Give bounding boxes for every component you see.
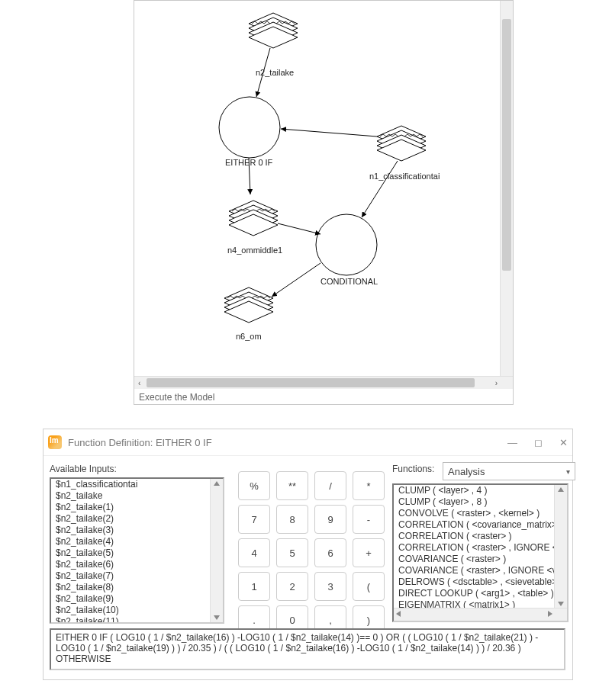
window-titlebar[interactable]: Function Definition: EITHER 0 IF — ◻ ✕ <box>43 429 572 456</box>
list-item[interactable]: $n2_tailake(1) <box>51 502 223 513</box>
key-8[interactable]: 8 <box>276 505 308 534</box>
key-power[interactable]: ** <box>276 471 308 500</box>
list-item[interactable]: CLUMP ( <layer> , 8 ) <box>394 496 567 508</box>
key-5[interactable]: 5 <box>276 538 308 567</box>
list-item[interactable]: $n2_tailake(6) <box>51 559 223 570</box>
label-n4-ommiddle1: n4_ommiddle1 <box>227 246 282 255</box>
edge-n1-to-either <box>281 129 377 136</box>
list-item[interactable]: $n2_tailake(8) <box>51 582 223 593</box>
calculator-keypad: % ** / * 7 8 9 - 4 5 6 + 1 2 3 ( . 0 , ) <box>238 471 385 634</box>
list-item[interactable]: CLUMP ( <layer> , 4 ) <box>394 485 567 496</box>
key-9[interactable]: 9 <box>314 505 346 534</box>
label-either-0-if: EITHER 0 IF <box>225 158 272 167</box>
functions-horizontal-scrollbar[interactable] <box>394 608 567 621</box>
list-item[interactable]: $n2_tailake(9) <box>51 593 223 605</box>
functions-vertical-scrollbar[interactable] <box>554 485 567 608</box>
function-definition-window: Function Definition: EITHER 0 IF — ◻ ✕ A… <box>43 429 573 680</box>
window-controls: — ◻ ✕ <box>507 437 568 448</box>
list-item[interactable]: $n2_tailake(7) <box>51 570 223 582</box>
node-n1-classificationtai[interactable] <box>377 126 426 161</box>
list-item[interactable]: COVARIANCE ( <raster> , IGNORE <v <box>394 565 567 576</box>
functions-label: Functions: <box>392 464 434 474</box>
key-4[interactable]: 4 <box>238 538 270 567</box>
list-item[interactable]: DIRECT LOOKUP ( <arg1> , <table> ) <box>394 588 567 599</box>
list-item[interactable]: $n1_classificationtai <box>51 479 223 490</box>
minimize-icon[interactable]: — <box>507 437 517 448</box>
list-item[interactable]: $n2_tailake(2) <box>51 513 223 525</box>
label-n1-classificationtai: n1_classificationtai <box>369 172 440 181</box>
key-open-paren[interactable]: ( <box>353 572 385 601</box>
diagram-horizontal-scrollbar[interactable]: ‹ › <box>134 376 513 389</box>
edge-n1-to-conditional <box>362 161 398 217</box>
list-item[interactable]: $n2_tailake <box>51 490 223 502</box>
list-item[interactable]: CORRELATION ( <raster> , IGNORE < <box>394 542 567 554</box>
list-item[interactable]: $n2_tailake(4) <box>51 536 223 547</box>
scroll-left-icon[interactable]: ‹ <box>138 379 140 387</box>
edge-conditional-to-n6 <box>272 263 320 297</box>
list-item[interactable]: $n2_tailake(3) <box>51 525 223 536</box>
list-item[interactable]: CORRELATION ( <raster> ) <box>394 531 567 542</box>
label-conditional: CONDITIONAL <box>320 277 378 286</box>
key-minus[interactable]: - <box>353 505 385 534</box>
chevron-down-icon: ▾ <box>566 467 570 476</box>
inputs-vertical-scrollbar[interactable] <box>210 479 223 622</box>
key-percent[interactable]: % <box>238 471 270 500</box>
label-n6-om: n6_om <box>236 332 262 341</box>
functions-category-select[interactable]: Analysis ▾ <box>443 462 575 480</box>
list-item[interactable]: CONVOLVE ( <raster> , <kernel> ) <box>394 508 567 519</box>
key-7[interactable]: 7 <box>238 505 270 534</box>
functions-category-value: Analysis <box>448 466 485 477</box>
maximize-icon[interactable]: ◻ <box>534 437 543 448</box>
window-title: Function Definition: EITHER 0 IF <box>68 437 212 448</box>
model-diagram-window: n2_tailake EITHER 0 IF n1_classification… <box>134 0 514 405</box>
expression-textbox[interactable]: EITHER 0 IF ( LOG10 ( 1 / $n2_tailake(16… <box>50 628 565 670</box>
label-n2-tailake: n2_tailake <box>256 68 294 77</box>
diagram-status-text: Execute the Model <box>139 392 214 403</box>
functions-list[interactable]: CLUMP ( <layer> , 4 ) CLUMP ( <layer> , … <box>392 483 569 622</box>
node-n6-om[interactable] <box>224 287 273 323</box>
list-item[interactable]: $n2_tailake(10) <box>51 605 223 616</box>
key-multiply[interactable]: * <box>353 471 385 500</box>
node-n2-tailake[interactable] <box>249 13 298 48</box>
node-either-0-if[interactable] <box>219 97 280 158</box>
key-3[interactable]: 3 <box>314 572 346 601</box>
list-item[interactable]: COVARIANCE ( <raster> ) <box>394 554 567 565</box>
list-item[interactable]: DELROWS ( <dsctable> , <sievetable> ) <box>394 576 567 588</box>
list-item[interactable]: $n2_tailake(11) <box>51 616 223 624</box>
close-icon[interactable]: ✕ <box>559 437 568 448</box>
app-icon <box>48 435 62 449</box>
node-conditional[interactable] <box>316 214 377 275</box>
diagram-vertical-scrollbar[interactable] <box>500 1 513 377</box>
available-inputs-label: Available Inputs: <box>50 464 117 474</box>
key-2[interactable]: 2 <box>276 572 308 601</box>
scroll-right-icon[interactable]: › <box>495 379 498 387</box>
node-n4-ommiddle1[interactable] <box>229 201 278 236</box>
key-plus[interactable]: + <box>353 538 385 567</box>
key-6[interactable]: 6 <box>314 538 346 567</box>
key-divide[interactable]: / <box>314 471 346 500</box>
model-diagram-svg <box>134 1 501 376</box>
available-inputs-list[interactable]: $n1_classificationtai $n2_tailake $n2_ta… <box>50 477 224 624</box>
list-item[interactable]: CORRELATION ( <covariance_matrix> ) <box>394 519 567 531</box>
edge-n4-to-conditional <box>278 223 320 234</box>
list-item[interactable]: $n2_tailake(5) <box>51 547 223 559</box>
key-1[interactable]: 1 <box>238 572 270 601</box>
